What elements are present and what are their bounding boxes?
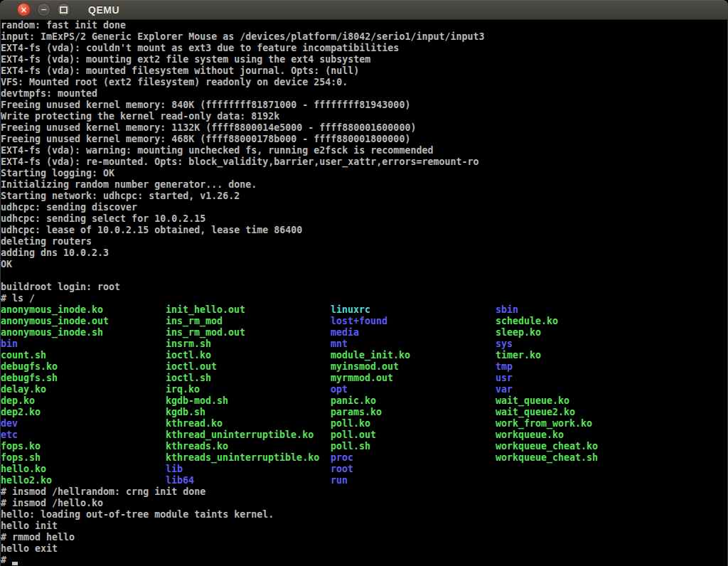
console-line: udhcpc: sending select for 10.0.2.15: [1, 213, 727, 225]
close-button[interactable]: ×: [17, 3, 31, 16]
console-line: fops.shkthreads_uninterruptible.koprocwo…: [1, 452, 727, 464]
file-entry: count.sh: [1, 350, 166, 361]
file-entry: kthreads_uninterruptible.ko: [166, 452, 331, 464]
file-entry: var: [496, 384, 513, 395]
console-line: # rmmod hello: [1, 532, 727, 543]
file-entry: insrm.sh: [166, 338, 331, 350]
file-entry: proc: [331, 452, 496, 464]
file-entry: ioctl.out: [166, 361, 331, 373]
file-entry: schedule.ko: [496, 316, 558, 326]
minimize-button[interactable]: −: [37, 3, 50, 16]
terminal-cursor: [12, 562, 18, 565]
console-line: buildroot login: root: [1, 282, 727, 293]
file-entry: kgdb.sh: [166, 407, 331, 418]
console-line: count.shioctl.komodule_init.kotimer.ko: [1, 350, 727, 361]
console-line: Write protecting the kernel read-only da…: [1, 111, 727, 122]
console-line: OK: [1, 259, 727, 270]
console-line: hello2.kolib64run: [1, 475, 727, 486]
console-line: EXT4-fs (vda): mounted filesystem withou…: [1, 65, 727, 77]
console-line: hello exit: [1, 543, 727, 555]
console-line: fops.kokthreads.kopoll.shworkqueue_cheat…: [1, 441, 727, 452]
console-line: Freeing unused kernel memory: 468K (ffff…: [1, 134, 727, 145]
file-entry: timer.ko: [496, 350, 541, 361]
file-entry: fops.sh: [1, 452, 166, 464]
file-entry: anonymous_inode.ko: [1, 304, 166, 316]
console-line: devkthread.kopoll.kowork_from_work.ko: [1, 418, 727, 429]
console-line: # insmod /hellrandom: crng init done: [1, 486, 727, 498]
file-entry: ioctl.sh: [166, 373, 331, 384]
console-line: Freeing unused kernel memory: 1132K (fff…: [1, 122, 727, 134]
file-entry: sys: [496, 338, 513, 349]
file-entry: sbin: [496, 304, 518, 315]
file-entry: linuxrc: [331, 304, 496, 316]
minimize-icon: −: [41, 6, 47, 14]
file-entry: mnt: [331, 338, 496, 350]
file-entry: workqueue_cheat.ko: [496, 441, 598, 452]
console-line: udhcpc: sending discover: [1, 202, 727, 213]
file-entry: etc: [1, 429, 166, 441]
terminal-screen[interactable]: random: fast init doneinput: ImExPS/2 Ge…: [0, 20, 728, 566]
console-line: adding dns 10.0.2.3: [1, 247, 727, 259]
window-titlebar[interactable]: × − QEMU: [0, 0, 728, 20]
maximize-button[interactable]: [57, 3, 70, 16]
qemu-window: × − QEMU random: fast init doneinput: Im…: [0, 0, 728, 566]
file-entry: sleep.ko: [496, 327, 541, 338]
console-line: delay.koirq.kooptvar: [1, 384, 727, 395]
close-icon: ×: [20, 6, 27, 14]
file-entry: workqueue_cheat.sh: [496, 452, 598, 463]
console-line: debugfs.koioctl.outmyinsmod.outtmp: [1, 361, 727, 373]
console-line: # ls /: [1, 293, 727, 304]
file-entry: fops.ko: [1, 441, 166, 452]
console-line: bininsrm.shmntsys: [1, 338, 727, 350]
file-entry: delay.ko: [1, 384, 166, 395]
file-entry: dep.ko: [1, 395, 166, 407]
console-line: Freeing unused kernel memory: 840K (ffff…: [1, 100, 727, 111]
file-entry: panic.ko: [331, 395, 496, 407]
file-entry: poll.sh: [331, 441, 496, 452]
file-entry: kthread.ko: [166, 418, 331, 429]
file-entry: media: [331, 327, 496, 338]
console-line: debugfs.shioctl.shmyrmmod.outusr: [1, 373, 727, 384]
file-entry: anonymous_inode.out: [1, 316, 166, 327]
console-line: EXT4-fs (vda): re-mounted. Opts: block_v…: [1, 156, 727, 168]
console-line: anonymous_inode.koinit_hello.outlinuxrcs…: [1, 304, 727, 316]
console-line: hello: loading out-of-tree module taints…: [1, 509, 727, 520]
window-title: QEMU: [88, 4, 119, 16]
file-entry: root: [331, 464, 353, 474]
file-entry: debugfs.sh: [1, 373, 166, 384]
file-entry: work_from_work.ko: [496, 418, 592, 429]
file-entry: wait_queue2.ko: [496, 407, 575, 417]
console-line: Starting network: udhcpc: started, v1.26…: [1, 191, 727, 202]
file-entry: anonymous_inode.sh: [1, 327, 166, 338]
console-line: devtmpfs: mounted: [1, 88, 727, 100]
console-line: udhcpc: lease of 10.0.2.15 obtained, lea…: [1, 225, 727, 236]
console-line: anonymous_inode.outins_rm_modlost+founds…: [1, 316, 727, 327]
file-entry: kthread_uninterruptible.ko: [166, 429, 331, 441]
file-entry: myinsmod.out: [331, 361, 496, 373]
console-line: input: ImExPS/2 Generic Explorer Mouse a…: [1, 31, 727, 43]
console-line: EXT4-fs (vda): warning: mounting uncheck…: [1, 145, 727, 156]
file-entry: ioctl.ko: [166, 350, 331, 361]
file-entry: poll.out: [331, 429, 496, 441]
console-line: hello.kolibroot: [1, 464, 727, 475]
file-entry: poll.ko: [331, 418, 496, 429]
console-line: EXT4-fs (vda): mounting ext2 file system…: [1, 54, 727, 65]
file-entry: init_hello.out: [166, 304, 331, 316]
file-entry: module_init.ko: [331, 350, 496, 361]
console-line: hello init: [1, 520, 727, 532]
file-entry: lost+found: [331, 316, 496, 327]
file-entry: irq.ko: [166, 384, 331, 395]
console-line: deleting routers: [1, 236, 727, 247]
file-entry: tmp: [496, 361, 513, 372]
file-entry: hello.ko: [1, 464, 166, 475]
console-line: #: [1, 555, 727, 566]
console-line: anonymous_inode.shins_rm_mod.outmediasle…: [1, 327, 727, 338]
file-entry: workqueue.ko: [496, 429, 564, 440]
file-entry: opt: [331, 384, 496, 395]
file-entry: ins_rm_mod: [166, 316, 331, 327]
file-entry: lib64: [166, 475, 331, 486]
console-line: [1, 270, 727, 282]
file-entry: bin: [1, 338, 166, 350]
file-entry: hello2.ko: [1, 475, 166, 486]
file-entry: params.ko: [331, 407, 496, 418]
